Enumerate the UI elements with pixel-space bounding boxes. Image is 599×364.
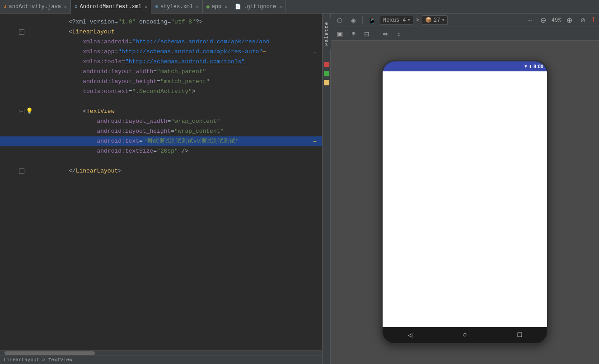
tab-java-label: andActivity.java — [9, 4, 61, 10]
status-time: 8:00 — [533, 64, 543, 69]
fold-minus-2[interactable]: − — [19, 109, 24, 114]
breadcrumb: LinearLayout > TextView — [4, 357, 72, 363]
right-side-wrapper: Palette ⬡ ◈ 📱 Nexus 4 ▼ > — [322, 14, 599, 364]
tab-java[interactable]: J andActivity.java ✕ — [0, 0, 71, 14]
device-dropdown-chevron: ▼ — [407, 18, 410, 23]
right-panel: ⬡ ◈ 📱 Nexus 4 ▼ > 📦 27 ▼ ⋯ — [330, 14, 599, 364]
line-fold-16[interactable]: − — [18, 168, 25, 174]
phone-frame: ▼ ▮ 8:00 ◁ ○ □ — [381, 60, 548, 345]
xml-icon-1: ⚙ — [75, 4, 78, 9]
phone-content — [383, 71, 547, 327]
toolbar-sep-2 — [376, 30, 376, 38]
back-button[interactable]: ◁ — [408, 331, 412, 340]
phone-status-bar: ▼ ▮ 8:00 — [383, 61, 547, 71]
zoom-level: 49% — [552, 17, 562, 23]
viewport-button[interactable]: ▣ — [334, 29, 345, 39]
line-fold-2[interactable]: − — [18, 29, 25, 35]
api-level: 27 — [434, 17, 440, 23]
color-swatch-3 — [324, 80, 329, 85]
editor-scrollbar[interactable] — [0, 350, 322, 355]
java-icon: J — [4, 4, 7, 9]
tab-gitignore-close[interactable]: ✕ — [279, 4, 282, 9]
preview-toolbar: ▣ ⊞ ⊟ ⇔ ↕ — [331, 27, 599, 41]
editor-panel: <?xml version="1.0" encoding="utf-8"?> −… — [0, 14, 322, 364]
preview-area: ▼ ▮ 8:00 ◁ ○ □ — [331, 41, 599, 364]
grid-button[interactable]: ⊞ — [348, 29, 359, 39]
fold-minus-1[interactable]: − — [19, 29, 24, 35]
toolbar-sep-1 — [362, 16, 363, 24]
warning-icon: 💡 — [26, 107, 33, 117]
color-swatch-2 — [324, 71, 329, 76]
recent-button[interactable]: □ — [518, 331, 522, 339]
device-dropdown[interactable]: Nexus 4 ▼ — [380, 16, 413, 25]
device-toolbar: ⬡ ◈ 📱 Nexus 4 ▼ > 📦 27 ▼ ⋯ — [331, 14, 599, 27]
tab-manifest-label: AndroidManifest.xml — [80, 4, 141, 10]
palette-label: Palette — [322, 18, 331, 49]
palette-sidebar: Palette — [322, 14, 330, 364]
zoom-in-button[interactable]: ⊕ — [564, 15, 575, 25]
code-line-8: tools:context=".SecondActivity"> — [0, 87, 322, 97]
main-area: <?xml version="1.0" encoding="utf-8"?> −… — [0, 14, 599, 364]
tab-styles-close[interactable]: ✕ — [196, 4, 199, 9]
zoom-out-button[interactable]: ⊖ — [538, 15, 549, 25]
app-icon: ◉ — [206, 4, 210, 9]
fold-minus-3[interactable]: − — [19, 168, 24, 174]
api-icon: 📦 — [425, 17, 432, 23]
git-icon: 📄 — [235, 4, 241, 9]
tab-gitignore-label: .gitignore — [243, 4, 276, 10]
code-area[interactable]: <?xml version="1.0" encoding="utf-8"?> −… — [0, 14, 322, 350]
layers-button[interactable]: ⬡ — [334, 15, 345, 25]
resize-h-button[interactable]: ⇔ — [380, 29, 391, 39]
tab-java-close[interactable]: ✕ — [64, 4, 67, 9]
line-icon-warning: 💡 — [25, 107, 33, 117]
error-badge: ! — [591, 16, 595, 24]
screenshot-button[interactable]: ⊟ — [361, 29, 372, 39]
code-content-16: </LinearLayout> — [33, 156, 318, 186]
tab-app[interactable]: ◉ app ✕ — [203, 0, 231, 14]
code-line-14: android:textSize="20sp" /> — [0, 146, 322, 156]
xml-icon-2: ⚙ — [155, 4, 158, 9]
api-dropdown[interactable]: 📦 27 ▼ — [422, 15, 448, 25]
tab-bar: J andActivity.java ✕ ⚙ AndroidManifest.x… — [0, 0, 599, 14]
phone-nav-bar: ◁ ○ □ — [383, 327, 547, 343]
api-dropdown-chevron: ▼ — [442, 18, 444, 23]
tab-manifest[interactable]: ⚙ AndroidManifest.xml ✕ — [71, 0, 151, 14]
home-button[interactable]: ○ — [463, 331, 467, 339]
bottom-bar: LinearLayout > TextView — [0, 355, 322, 364]
color-swatch-1 — [324, 62, 329, 67]
code-line-16: − </LinearLayout> — [0, 166, 322, 176]
resize-v-button[interactable]: ↕ — [393, 29, 404, 39]
tab-manifest-close[interactable]: ✕ — [145, 4, 147, 9]
wifi-icon: ▼ — [524, 64, 527, 69]
tab-gitignore[interactable]: 📄 .gitignore ✕ — [231, 0, 286, 14]
tab-app-label: app — [212, 4, 222, 10]
signal-icon: ▮ — [529, 64, 532, 69]
device-arrow: > — [416, 17, 419, 23]
scrollbar-thumb[interactable] — [5, 351, 95, 355]
phone-button[interactable]: 📱 — [366, 15, 377, 25]
tab-styles[interactable]: ⚙ styles.xml ✕ — [151, 0, 203, 14]
device-name: Nexus 4 — [383, 17, 406, 23]
more-button[interactable]: ⋯ — [524, 15, 535, 25]
tab-styles-label: styles.xml — [160, 4, 193, 10]
fit-screen-button[interactable]: ⊘ — [577, 15, 588, 25]
line-fold-10[interactable]: − — [18, 109, 25, 114]
shapes-button[interactable]: ◈ — [348, 15, 359, 25]
tab-app-close[interactable]: ✕ — [225, 4, 227, 9]
